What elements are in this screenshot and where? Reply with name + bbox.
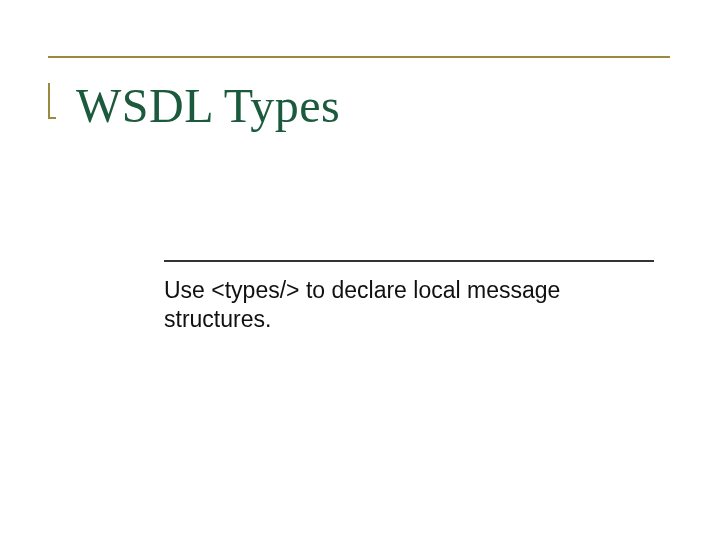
slide-title: WSDL Types [76,78,672,133]
title-block: WSDL Types [48,56,672,133]
subtitle-rule [164,260,654,262]
slide: WSDL Types Use <types/> to declare local… [0,0,720,540]
slide-subtitle: Use <types/> to declare local message st… [164,276,634,334]
accent-tick [48,83,56,119]
title-rule [48,56,670,58]
subtitle-block: Use <types/> to declare local message st… [48,260,670,334]
